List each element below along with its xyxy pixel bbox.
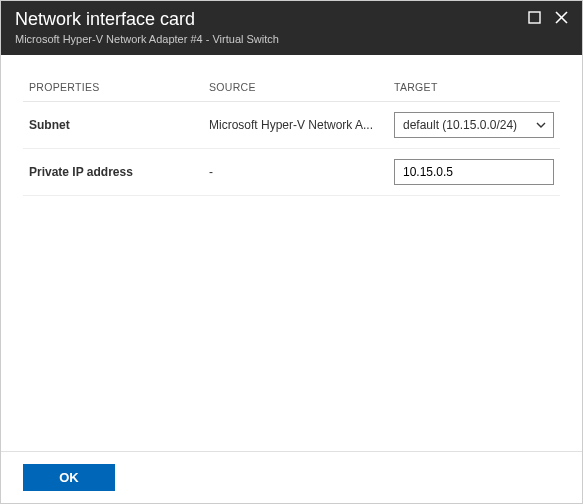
table-row: Subnet Microsoft Hyper-V Network A... de… — [23, 101, 560, 148]
window-controls — [528, 11, 568, 24]
private-ip-input[interactable] — [394, 159, 554, 185]
close-icon[interactable] — [555, 11, 568, 24]
row-label-subnet: Subnet — [23, 101, 203, 148]
title-text-block: Network interface card Microsoft Hyper-V… — [15, 9, 279, 45]
row-target-subnet: default (10.15.0.0/24) — [388, 101, 560, 148]
row-source-subnet: Microsoft Hyper-V Network A... — [203, 101, 388, 148]
col-source: SOURCE — [203, 73, 388, 102]
row-label-private-ip: Private IP address — [23, 148, 203, 195]
table-row: Private IP address - — [23, 148, 560, 195]
content-area: PROPERTIES SOURCE TARGET Subnet Microsof… — [1, 55, 582, 451]
chevron-down-icon — [535, 119, 547, 131]
subnet-select-value: default (10.15.0.0/24) — [403, 118, 517, 132]
window-subtitle: Microsoft Hyper-V Network Adapter #4 - V… — [15, 33, 279, 45]
footer-bar: OK — [1, 451, 582, 503]
properties-table: PROPERTIES SOURCE TARGET Subnet Microsof… — [23, 73, 560, 196]
window-title: Network interface card — [15, 9, 279, 31]
subnet-select[interactable]: default (10.15.0.0/24) — [394, 112, 554, 138]
row-source-private-ip: - — [203, 148, 388, 195]
col-target: TARGET — [388, 73, 560, 102]
title-bar: Network interface card Microsoft Hyper-V… — [1, 1, 582, 55]
svg-rect-0 — [529, 12, 540, 23]
row-target-private-ip — [388, 148, 560, 195]
maximize-icon[interactable] — [528, 11, 541, 24]
col-properties: PROPERTIES — [23, 73, 203, 102]
ok-button[interactable]: OK — [23, 464, 115, 491]
